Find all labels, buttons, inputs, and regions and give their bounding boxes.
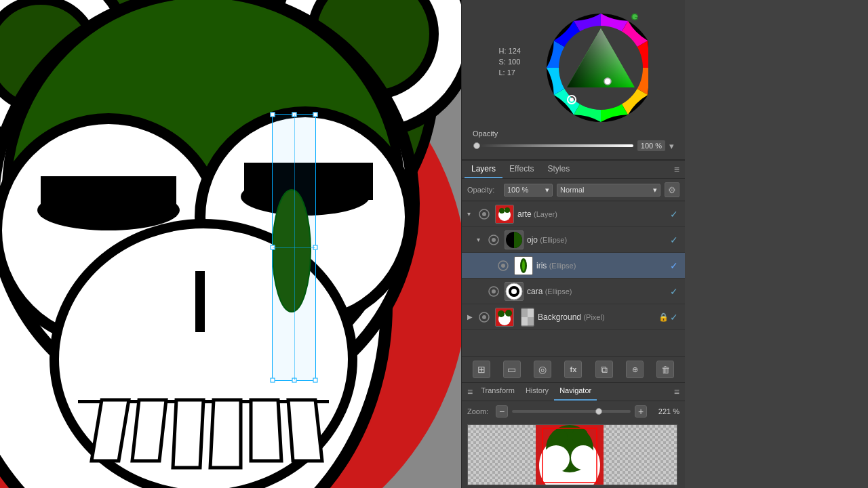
background-expand[interactable]: ▶	[467, 313, 477, 321]
svg-rect-65	[521, 317, 528, 326]
zoom-row: Zoom: − + 221 %	[462, 401, 685, 422]
ojo-expand[interactable]: ▾	[477, 236, 486, 243]
sat-value: 100	[508, 58, 520, 66]
layer-settings-button[interactable]: ⚙	[665, 182, 679, 197]
iris-check[interactable]: ✓	[669, 260, 679, 271]
background-name: Background (Pixel)	[538, 312, 658, 322]
zoom-out-button[interactable]: −	[496, 405, 508, 418]
cara-check[interactable]: ✓	[669, 286, 679, 297]
opacity-value: 100 %	[637, 140, 665, 151]
svg-marker-21	[173, 400, 203, 468]
tab-navigator[interactable]: Navigator	[554, 383, 597, 401]
layer-item-cara[interactable]: cara (Ellipse) ✓	[462, 279, 685, 304]
duplicate-layer-button[interactable]: ⧉	[595, 361, 613, 378]
artwork-canvas	[0, 0, 461, 488]
layers-list: ▾ arte (Layer) ✓ ▾	[462, 201, 685, 356]
svg-point-26	[273, 190, 311, 312]
svg-rect-63	[521, 308, 528, 317]
svg-point-58	[482, 315, 486, 319]
canvas-area[interactable]	[0, 0, 461, 488]
bottom-tabs-bar: ≡ Transform History Navigator ≡	[462, 383, 685, 401]
svg-point-75	[542, 445, 570, 472]
color-wheel[interactable]: ● G	[499, 8, 648, 127]
tab-transform[interactable]: Transform	[475, 383, 520, 401]
opacity-row: 100 % ▾	[473, 140, 674, 151]
layers-opacity-value: 100 %	[507, 186, 528, 194]
arte-visibility[interactable]	[477, 207, 492, 222]
svg-marker-23	[251, 400, 281, 461]
bottom-panel-menu[interactable]: ≡	[465, 383, 475, 401]
background-visibility[interactable]	[477, 310, 492, 325]
svg-point-35	[570, 98, 574, 102]
add-rect-button[interactable]: ▭	[503, 361, 521, 378]
zoom-slider-thumb[interactable]	[595, 408, 602, 415]
background-check[interactable]: ✓	[669, 312, 679, 323]
sat-label: S: 100	[499, 56, 521, 67]
svg-point-62	[505, 310, 512, 317]
tab-effects[interactable]: Effects	[502, 161, 540, 178]
blend-mode-select[interactable]: Normal ▾	[557, 184, 660, 197]
cara-visibility[interactable]	[486, 284, 501, 299]
svg-point-42	[499, 208, 505, 214]
svg-point-56	[511, 289, 517, 294]
tab-styles[interactable]: Styles	[541, 161, 577, 178]
color-wheel-container[interactable]: ● G H: 124 S: 100 L: 17	[499, 8, 648, 127]
svg-marker-22	[210, 400, 241, 468]
add-fx-button[interactable]: fx	[564, 361, 582, 378]
svg-point-76	[571, 445, 595, 470]
svg-rect-64	[528, 308, 534, 317]
opacity-slider-thumb[interactable]	[473, 142, 480, 149]
zoom-in-button[interactable]: +	[635, 405, 647, 418]
light-value: 17	[507, 68, 515, 77]
tab-history[interactable]: History	[520, 383, 554, 401]
layers-opacity-label: Opacity:	[467, 186, 500, 194]
delete-layer-button[interactable]: 🗑	[656, 361, 674, 378]
hsl-values: H: 124 S: 100 L: 17	[499, 45, 521, 78]
opacity-dropdown[interactable]: ▾	[669, 141, 674, 151]
iris-thumb	[514, 256, 533, 275]
layer-item-iris[interactable]: iris (Ellipse) ✓	[462, 253, 685, 279]
copy-layer-button[interactable]: ⊕	[626, 361, 644, 378]
tab-layers[interactable]: Layers	[465, 161, 502, 178]
layer-item-background[interactable]: ▶ Backgrou	[462, 304, 685, 330]
layer-item-ojo[interactable]: ▾ ojo (Ellipse) ✓	[462, 227, 685, 253]
layers-opacity-row: Opacity: 100 % ▾ Normal ▾ ⚙	[462, 179, 685, 201]
svg-point-51	[522, 260, 525, 271]
svg-marker-24	[288, 400, 322, 461]
iris-name: iris (Ellipse)	[536, 261, 669, 270]
arte-check[interactable]: ✓	[669, 209, 679, 220]
svg-point-33	[604, 78, 611, 85]
ojo-check[interactable]: ✓	[669, 235, 679, 245]
zoom-value: 221 %	[651, 407, 679, 415]
svg-point-43	[505, 207, 510, 213]
background-lock[interactable]: 🔒	[658, 312, 669, 323]
svg-point-39	[482, 212, 486, 216]
layers-toolbar: ⊞ ▭ ◎ fx ⧉ ⊕ 🗑	[462, 356, 685, 383]
svg-rect-14	[41, 176, 176, 217]
color-section: ● G H: 124 S: 100 L: 17 Opacity 100 % ▾	[462, 0, 685, 160]
svg-point-61	[498, 310, 505, 317]
background-thumb	[495, 308, 514, 327]
zoom-slider[interactable]	[512, 410, 631, 413]
zoom-label: Zoom:	[467, 407, 492, 415]
ojo-name: ojo (Ellipse)	[527, 235, 669, 245]
layer-tabs-bar: Layers Effects Styles ≡	[462, 160, 685, 179]
arte-expand[interactable]: ▾	[467, 210, 477, 218]
ojo-visibility[interactable]	[486, 232, 501, 247]
arte-name: arte (Layer)	[517, 209, 669, 219]
opacity-slider[interactable]	[473, 144, 633, 147]
add-filter-button[interactable]: ◎	[534, 361, 551, 378]
layer-item-arte[interactable]: ▾ arte (Layer) ✓	[462, 201, 685, 227]
add-layer-button[interactable]: ⊞	[473, 361, 490, 378]
bottom-panel-expand[interactable]: ≡	[671, 383, 682, 401]
cara-name: cara (Ellipse)	[527, 287, 669, 296]
hue-value: 124	[509, 47, 521, 55]
ojo-thumb	[505, 230, 524, 249]
opacity-section: Opacity 100 % ▾	[467, 127, 679, 154]
navigator-thumbnail[interactable]	[467, 424, 677, 485]
cara-thumb	[505, 282, 524, 301]
iris-visibility[interactable]	[496, 258, 511, 273]
svg-point-78	[572, 428, 588, 444]
panel-menu-icon[interactable]: ≡	[671, 161, 682, 178]
layers-opacity-select[interactable]: 100 % ▾	[504, 184, 553, 197]
